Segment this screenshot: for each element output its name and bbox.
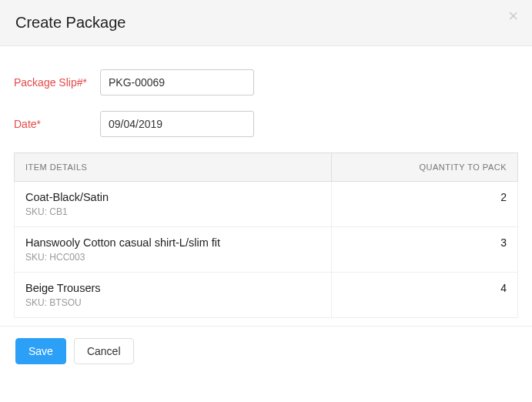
quantity-cell: 3: [332, 227, 518, 273]
modal-body: Package Slip#* Date* ITEM DETAILS QUANTI…: [0, 46, 532, 326]
table-row: Hanswooly Cotton casual shirt-L/slim fit…: [15, 227, 518, 273]
item-name: Hanswooly Cotton casual shirt-L/slim fit: [25, 236, 320, 249]
item-details-cell: Coat-Black/Satin SKU: CB1: [15, 182, 332, 227]
table-row: Coat-Black/Satin SKU: CB1 2: [15, 182, 518, 227]
page-title: Create Package: [15, 14, 517, 32]
modal-footer: Save Cancel: [0, 326, 532, 376]
cancel-button[interactable]: Cancel: [74, 338, 134, 364]
package-slip-row: Package Slip#*: [14, 69, 518, 95]
quantity-cell: 2: [332, 182, 518, 227]
item-sku: SKU: HCC003: [25, 252, 320, 263]
save-button[interactable]: Save: [15, 338, 66, 364]
table-row: Beige Trousers SKU: BTSOU 4: [15, 273, 518, 318]
package-slip-input[interactable]: [100, 69, 254, 95]
date-row: Date*: [14, 111, 518, 137]
close-icon[interactable]: ×: [508, 8, 518, 25]
modal-header: Create Package ×: [0, 0, 532, 46]
item-sku: SKU: BTSOU: [25, 297, 320, 308]
package-slip-label: Package Slip#*: [14, 69, 100, 91]
item-details-cell: Beige Trousers SKU: BTSOU: [15, 273, 332, 318]
item-name: Coat-Black/Satin: [25, 191, 320, 203]
item-sku: SKU: CB1: [25, 206, 320, 217]
date-label: Date*: [14, 111, 100, 132]
items-table: ITEM DETAILS QUANTITY TO PACK Coat-Black…: [14, 152, 518, 318]
col-header-item-details: ITEM DETAILS: [15, 153, 332, 182]
item-details-cell: Hanswooly Cotton casual shirt-L/slim fit…: [15, 227, 332, 273]
date-input[interactable]: [100, 111, 254, 137]
item-name: Beige Trousers: [25, 282, 320, 294]
quantity-cell: 4: [332, 273, 518, 318]
col-header-quantity: QUANTITY TO PACK: [332, 153, 518, 182]
